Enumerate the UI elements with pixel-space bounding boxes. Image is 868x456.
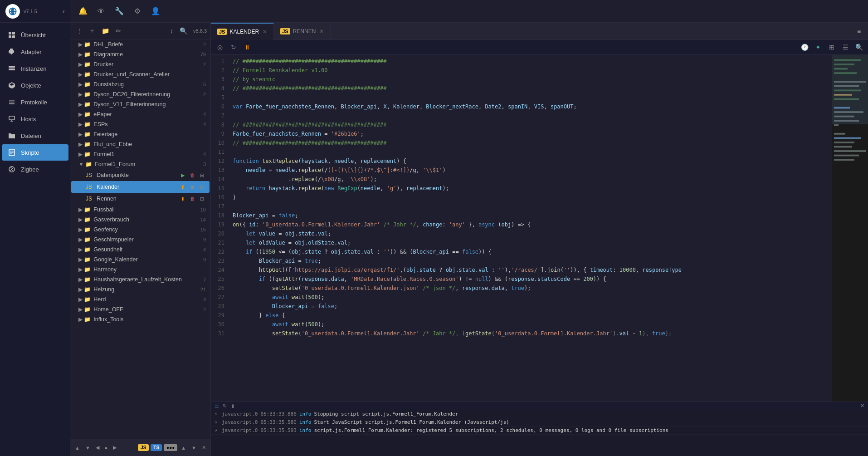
ts-type-btn[interactable]: TS	[151, 444, 162, 451]
file-item-drucker-atelier[interactable]: ▶ 📁 Drucker_und_Scanner_Atelier	[71, 69, 210, 79]
file-item-geschirrspueler[interactable]: ▶ 📁 Geschirrspueler 9	[71, 235, 210, 245]
other-type-btn[interactable]: ●●●	[164, 444, 177, 451]
file-tree-panel: ⋮ ＋ 📁 ✏ ↕ 🔍 v8.8.3 ▶ 📁 DHL_Briefe 2 ▶ 📁 …	[70, 23, 211, 456]
file-item-datenpunkte[interactable]: JS Datenpunkte ▶ 🗑 ⊞	[71, 169, 210, 181]
sidebar-item-hosts[interactable]: Hosts	[2, 111, 68, 127]
eye-icon[interactable]: 👁	[96, 6, 107, 17]
log-sidebar-toggle[interactable]: ☰	[215, 403, 219, 409]
editor-lines[interactable]: 1 // ###################################…	[211, 55, 832, 402]
file-item-google-kalender[interactable]: ▶ 📁 Google_Kalender 9	[71, 255, 210, 265]
folder-icon: ▶ 📁	[78, 131, 91, 137]
file-item-geofency[interactable]: ▶ 📁 Geofency 15	[71, 225, 210, 235]
bell-icon[interactable]: 🔔	[78, 6, 88, 17]
sidebar-item-label: Protokolle	[21, 99, 47, 106]
file-item-drucker[interactable]: ▶ 📁 Drucker 2	[71, 59, 210, 69]
log-hide-btn[interactable]: ✕	[860, 403, 864, 409]
file-count: 9	[203, 237, 206, 242]
tab-close-btn[interactable]: ✕	[263, 29, 267, 35]
more-menu-btn[interactable]: ⋮	[74, 26, 85, 36]
file-item-esps[interactable]: ▶ 📁 ESPs 4	[71, 119, 210, 129]
ai-icon[interactable]: ✦	[813, 42, 824, 53]
folder-icon: ▶ 📁	[78, 71, 91, 78]
record-btn[interactable]: ●	[103, 444, 110, 451]
expand-btn[interactable]: ⊞	[198, 183, 206, 191]
code-line-30: 30 await wait(500);	[211, 320, 832, 329]
expand-btn[interactable]: ⊞	[198, 171, 206, 179]
file-count: 10	[200, 207, 206, 212]
sort-btn[interactable]: ↕	[168, 26, 176, 36]
scroll-up-btn[interactable]: ▲	[179, 444, 188, 451]
hide-log-btn[interactable]: ✕	[200, 444, 208, 451]
clock-icon[interactable]: 🕐	[799, 42, 810, 53]
delete-btn[interactable]: 🗑	[188, 171, 196, 179]
file-item-herd[interactable]: ▶ 📁 Herd 4	[71, 294, 210, 304]
sidebar-item-objekte[interactable]: Objekte	[2, 77, 68, 93]
expand-btn[interactable]: ⊞	[198, 195, 206, 203]
expand-down-btn[interactable]: ▼	[83, 444, 92, 451]
sidebar-item-instanzen[interactable]: Instanzen	[2, 60, 68, 77]
file-item-flut-ebbe[interactable]: ▶ 📁 Flut_und_Ebbe	[71, 139, 210, 149]
file-item-formel1-forum[interactable]: ▼ 📁 Formel1_Forum 3	[71, 159, 210, 169]
search-btn[interactable]: 🔍	[177, 26, 190, 36]
delete-btn[interactable]: 🗑	[188, 195, 196, 203]
pause-editor-btn[interactable]: ⏸	[242, 42, 253, 53]
refresh-btn[interactable]: ↻	[228, 42, 239, 53]
code-line-1: 1 // ###################################…	[211, 57, 832, 66]
code-line-19: 19 on({ id: '0_userdata.0.Formel1.Kalend…	[211, 220, 832, 229]
sidebar-collapse-btn[interactable]: ‹	[63, 7, 65, 15]
back-btn[interactable]: ◀	[94, 444, 101, 451]
tab-kalender[interactable]: JS KALENDER ✕	[211, 23, 274, 40]
sidebar-item-uebersicht[interactable]: Übersicht	[2, 27, 68, 43]
file-item-haushaltsgeraete[interactable]: ▶ 📁 Haushaltsgeraete_Laufzeit_Kosten 7	[71, 275, 210, 284]
sidebar-item-dateien[interactable]: Dateien	[2, 127, 68, 144]
location-btn[interactable]: ◎	[215, 42, 225, 53]
file-item-dhl-briefe[interactable]: ▶ 📁 DHL_Briefe 2	[71, 39, 210, 49]
tab-label: KALENDER	[229, 29, 259, 35]
stop-btn[interactable]: ⏹	[188, 183, 196, 191]
file-item-rennen[interactable]: JS Rennen ⏸ 🗑 ⊞	[71, 193, 210, 205]
person-icon[interactable]: 👤	[150, 6, 161, 17]
file-item-dunstabzug[interactable]: ▶ 📁 Dunstabzug 5	[71, 79, 210, 89]
expand-up-btn[interactable]: ▲	[73, 444, 82, 451]
sidebar-item-zigbee[interactable]: Zigbee	[2, 161, 68, 177]
file-item-dyson-dc20[interactable]: ▶ 📁 Dyson_DC20_Filtererinnerung 2	[71, 89, 210, 99]
edit-btn[interactable]: ✏	[113, 26, 123, 36]
file-item-home-off[interactable]: ▶ 📁 Home_OFF 2	[71, 304, 210, 314]
file-item-gasverbrauch[interactable]: ▶ 📁 Gasverbrauch 14	[71, 215, 210, 225]
file-item-formel1[interactable]: ▶ 📁 Formel1 4	[71, 149, 210, 159]
table-icon[interactable]: ☰	[840, 42, 851, 53]
settings-icon[interactable]: ≡	[853, 26, 864, 37]
sidebar-item-skripte[interactable]: Skripte	[2, 144, 68, 161]
folder-icon: ▶ 📁	[78, 151, 91, 157]
sidebar-item-adapter[interactable]: Adapter	[2, 44, 68, 60]
js-type-btn[interactable]: JS	[138, 444, 149, 451]
layout-icon[interactable]: ⊞	[826, 42, 837, 53]
file-item-gesundheit[interactable]: ▶ 📁 Gesundheit 4	[71, 245, 210, 255]
gear-icon[interactable]: ⚙	[132, 6, 143, 17]
file-name: Fussball	[93, 206, 198, 213]
wrench-icon[interactable]: 🔧	[114, 6, 125, 17]
pause-btn[interactable]: ⏸	[179, 195, 187, 203]
play-all-btn[interactable]: ▶	[111, 444, 118, 451]
tab-close-btn[interactable]: ✕	[319, 28, 324, 34]
file-item-harmony[interactable]: ▶ 📁 Harmony	[71, 265, 210, 275]
file-item-feiertage[interactable]: ▶ 📁 Feiertage	[71, 129, 210, 139]
tab-rennen[interactable]: JS RENNEN ✕	[274, 23, 331, 40]
svg-rect-13	[9, 103, 15, 104]
add-script-btn[interactable]: ＋	[87, 25, 98, 36]
file-item-dyson-v11[interactable]: ▶ 📁 Dyson_V11_Filtererinnerung	[71, 99, 210, 109]
file-item-kalender[interactable]: JS Kalender ⏸ ⏹ ⊞	[71, 181, 210, 193]
file-item-heizung[interactable]: ▶ 📁 Heizung 21	[71, 284, 210, 294]
file-item-influx-tools[interactable]: ▶ 📁 Influx_Tools	[71, 314, 210, 324]
file-item-epaper[interactable]: ▶ 📁 ePaper 4	[71, 109, 210, 119]
add-folder-btn[interactable]: 📁	[99, 26, 112, 36]
sidebar-item-protokolle[interactable]: Protokolle	[2, 94, 68, 110]
file-item-fussball[interactable]: ▶ 📁 Fussball 10	[71, 205, 210, 215]
scroll-down-btn[interactable]: ▼	[190, 444, 198, 451]
log-pause-btn[interactable]: ⏸	[230, 403, 235, 409]
play-btn[interactable]: ▶	[179, 171, 187, 179]
log-refresh-btn[interactable]: ↻	[223, 403, 227, 409]
search-code-icon[interactable]: 🔍	[853, 42, 864, 53]
pause-btn[interactable]: ⏸	[179, 183, 187, 191]
file-item-diagramme[interactable]: ▶ 📁 Diagramme 79	[71, 49, 210, 59]
